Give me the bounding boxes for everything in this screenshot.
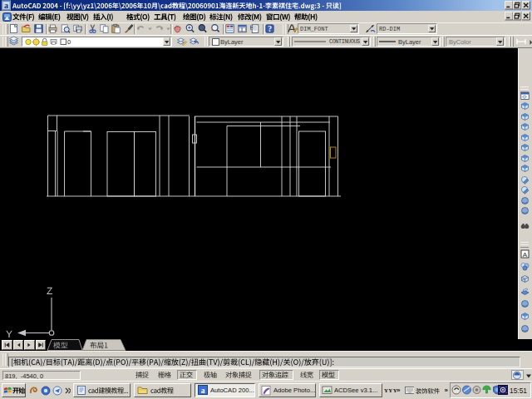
svg-text:A: A <box>522 251 527 259</box>
svg-text:a: a <box>201 387 205 395</box>
